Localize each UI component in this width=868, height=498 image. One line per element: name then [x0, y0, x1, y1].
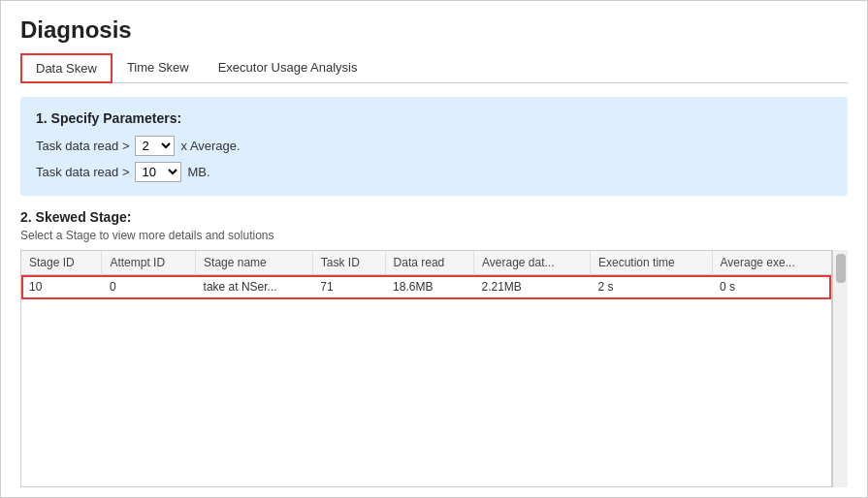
skewed-subtitle: Select a Stage to view more details and … — [20, 229, 848, 242]
tabs-bar: Data Skew Time Skew Executor Usage Analy… — [20, 53, 848, 83]
tab-data-skew[interactable]: Data Skew — [20, 53, 113, 83]
param-2-suffix: MB. — [187, 165, 209, 179]
main-content: 1. Specify Parameters: Task data read > … — [20, 83, 848, 487]
cell-stage-id: 10 — [21, 275, 102, 299]
table-wrapper: Stage ID Attempt ID Stage name Task ID D… — [20, 250, 832, 487]
param-2-prefix: Task data read > — [36, 165, 129, 179]
table-header-row: Stage ID Attempt ID Stage name Task ID D… — [21, 251, 831, 275]
param-row-2: Task data read > 10 50 100 500 MB. — [36, 162, 832, 182]
col-avg-exe: Average exe... — [712, 251, 831, 275]
cell-data-read: 18.6MB — [385, 275, 473, 299]
param-row-1: Task data read > 2 3 5 10 x Average. — [36, 136, 832, 156]
col-stage-name: Stage name — [196, 251, 313, 275]
col-avg-data: Average dat... — [474, 251, 591, 275]
table-row[interactable]: 10 0 take at NSer... 71 18.6MB 2.21MB 2 … — [21, 275, 831, 299]
cell-stage-name: take at NSer... — [196, 275, 313, 299]
param-1-prefix: Task data read > — [36, 139, 129, 153]
scrollbar[interactable] — [832, 250, 848, 487]
skewed-table: Stage ID Attempt ID Stage name Task ID D… — [21, 251, 831, 299]
param-2-select[interactable]: 10 50 100 500 — [135, 162, 181, 182]
col-stage-id: Stage ID — [21, 251, 102, 275]
col-task-id: Task ID — [312, 251, 385, 275]
page-title: Diagnosis — [20, 16, 848, 44]
param-1-suffix: x Average. — [180, 139, 240, 153]
col-attempt-id: Attempt ID — [102, 251, 196, 275]
cell-attempt-id: 0 — [102, 275, 196, 299]
scroll-thumb — [836, 254, 846, 283]
tab-time-skew[interactable]: Time Skew — [113, 53, 204, 83]
tab-executor-usage[interactable]: Executor Usage Analysis — [204, 53, 372, 83]
parameters-section: 1. Specify Parameters: Task data read > … — [20, 97, 848, 196]
cell-exec-time: 2 s — [591, 275, 713, 299]
parameters-title: 1. Specify Parameters: — [36, 110, 832, 126]
page-container: Diagnosis Data Skew Time Skew Executor U… — [0, 0, 868, 498]
param-1-select[interactable]: 2 3 5 10 — [135, 136, 175, 156]
col-data-read: Data read — [385, 251, 473, 275]
cell-avg-data: 2.21MB — [474, 275, 591, 299]
skewed-title: 2. Skewed Stage: — [20, 209, 848, 225]
cell-avg-exe: 0 s — [712, 275, 831, 299]
col-exec-time: Execution time — [591, 251, 713, 275]
skewed-section: 2. Skewed Stage: Select a Stage to view … — [20, 209, 848, 487]
cell-task-id: 71 — [312, 275, 385, 299]
